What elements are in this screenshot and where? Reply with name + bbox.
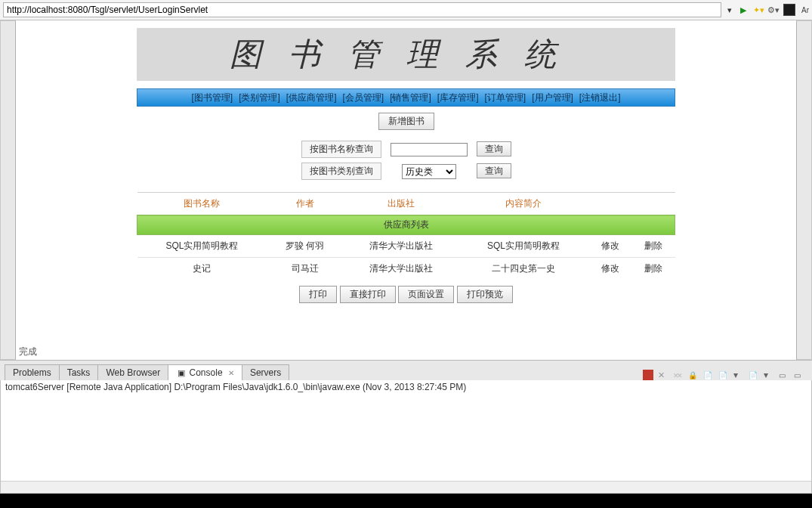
tab-servers[interactable]: Servers: [242, 364, 289, 380]
browser-page: 图书管理系统 [图书管理] [类别管理] [供应商管理] [会员管理] [销售管…: [16, 20, 796, 360]
col-intro: 内容简介: [458, 193, 588, 215]
go-icon[interactable]: ▶: [738, 5, 749, 15]
main-nav: [图书管理] [类别管理] [供应商管理] [会员管理] [销售管理] [库存管…: [137, 88, 675, 107]
remove-all-icon[interactable]: [673, 370, 684, 380]
print-preview-button[interactable]: 打印预览: [457, 286, 513, 303]
search-cat-label: 按图书类别查询: [301, 163, 381, 180]
print-button[interactable]: 打印: [299, 286, 337, 303]
table-caption: 供应商列表: [137, 215, 675, 235]
remove-icon[interactable]: [658, 370, 668, 380]
search-name-label: 按图书名称查询: [301, 141, 381, 158]
minimize-icon[interactable]: [779, 370, 789, 380]
tab-webbrowser[interactable]: Web Browser: [97, 364, 168, 380]
print-row: 打印 直接打印 页面设置 打印预览: [16, 286, 796, 303]
url-dropdown-icon[interactable]: ▾: [724, 5, 735, 15]
horizontal-scrollbar[interactable]: [1, 481, 811, 493]
nav-category[interactable]: [类别管理]: [239, 91, 280, 104]
display-icon[interactable]: [718, 370, 729, 380]
console-line: tomcat6Server [Remote Java Application] …: [5, 382, 807, 392]
url-input[interactable]: [3, 2, 721, 17]
add-book-button[interactable]: 新增图书: [378, 113, 434, 130]
query-cat-button[interactable]: 查询: [477, 163, 511, 178]
maximize-icon[interactable]: [794, 370, 804, 380]
scroll-lock-icon[interactable]: [688, 370, 699, 380]
tab-console[interactable]: ▣ Console ✕: [168, 364, 242, 381]
print-direct-button[interactable]: 直接打印: [340, 286, 396, 303]
query-name-button[interactable]: 查询: [477, 141, 511, 156]
nav-book[interactable]: [图书管理]: [191, 91, 233, 104]
nav-stock[interactable]: [库存管理]: [437, 91, 479, 104]
search-name-input[interactable]: [391, 143, 468, 156]
table-row: 史记 司马迁 清华大学出版社 二十四史第一史 修改 删除: [137, 258, 675, 280]
nav-supplier[interactable]: [供应商管理]: [286, 91, 337, 104]
edit-link[interactable]: 修改: [601, 240, 619, 251]
col-name: 图书名称: [137, 193, 267, 215]
view-menu-icon[interactable]: [764, 370, 774, 380]
page-setup-button[interactable]: 页面设置: [398, 286, 454, 303]
delete-link[interactable]: 删除: [644, 263, 662, 274]
tab-problems[interactable]: Problems: [5, 364, 60, 380]
close-icon[interactable]: ✕: [228, 369, 234, 377]
edit-link[interactable]: 修改: [601, 263, 619, 274]
col-author: 作者: [267, 193, 343, 215]
nav-logout[interactable]: [注销退出]: [579, 91, 621, 104]
bottom-tabs: Problems Tasks Web Browser ▣ Console ✕ S…: [0, 360, 812, 380]
favorite-icon[interactable]: ✦▾: [753, 5, 764, 15]
search-cat-select[interactable]: 历史类: [402, 164, 456, 179]
delete-link[interactable]: 删除: [644, 240, 662, 251]
console-panel: tomcat6Server [Remote Java Application] …: [0, 380, 812, 494]
search-form: 按图书名称查询 查询 按图书类别查询 历史类 查询: [292, 136, 520, 184]
col-press: 出版社: [343, 193, 458, 215]
show-console-icon[interactable]: [703, 370, 714, 380]
settings-icon[interactable]: ⚙▾: [768, 5, 779, 15]
stop-icon[interactable]: [783, 4, 795, 16]
console-tab-icon: ▣: [176, 367, 187, 378]
dropdown-icon[interactable]: [733, 370, 744, 380]
left-gutter: [0, 20, 16, 360]
data-table: 供应商列表 图书名称 作者 出版社 内容简介 SQL实用简明教程 罗骏 何羽 清…: [137, 192, 675, 280]
right-gutter: [796, 20, 812, 360]
nav-order[interactable]: [订单管理]: [485, 91, 526, 104]
page-title: 图书管理系统: [137, 28, 675, 81]
status-text: 完成: [19, 345, 37, 358]
terminate-icon[interactable]: [643, 370, 653, 380]
tab-tasks[interactable]: Tasks: [59, 364, 99, 380]
pin-icon[interactable]: [749, 370, 759, 380]
nav-member[interactable]: [会员管理]: [342, 91, 384, 104]
nav-user[interactable]: [用户管理]: [532, 91, 573, 104]
nav-sales[interactable]: [销售管理]: [390, 91, 431, 104]
table-row: SQL实用简明教程 罗骏 何羽 清华大学出版社 SQL实用简明教程 修改 删除: [137, 235, 675, 258]
url-bar: ▾ ▶ ✦▾ ⚙▾ Ar: [0, 0, 812, 20]
right-label: Ar: [801, 6, 809, 14]
url-toolbar-icons: ▶ ✦▾ ⚙▾: [738, 4, 795, 16]
bottom-black-bar: [0, 494, 812, 508]
